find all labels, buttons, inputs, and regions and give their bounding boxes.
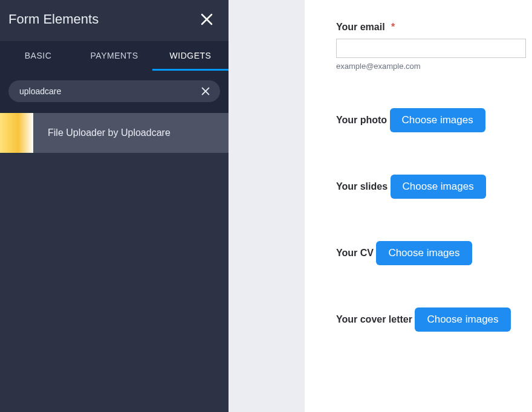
upload-field-cover-letter: Your cover letter Choose images <box>336 299 532 332</box>
widget-search-input[interactable] <box>19 86 199 96</box>
search-field <box>8 80 220 102</box>
form-canvas: Your email * example@example.com Your ph… <box>305 0 532 412</box>
clear-search-button[interactable] <box>199 85 212 97</box>
upload-field-cv: Your CV Choose images <box>336 233 532 265</box>
close-icon <box>199 12 214 27</box>
upload-label: Your cover letter <box>336 314 412 325</box>
close-sidebar-button[interactable] <box>197 10 216 29</box>
choose-images-button[interactable]: Choose images <box>391 175 486 199</box>
email-field-group: Your email * example@example.com <box>336 22 532 71</box>
tab-payments[interactable]: PAYMENTS <box>76 41 152 71</box>
search-wrap <box>0 71 229 113</box>
choose-images-button[interactable]: Choose images <box>390 108 485 132</box>
email-sublabel: example@example.com <box>336 62 532 71</box>
upload-label: Your slides <box>336 181 388 192</box>
tab-basic[interactable]: BASIC <box>0 41 76 71</box>
upload-field-photo: Your photo Choose images <box>336 100 532 132</box>
upload-field-slides: Your slides Choose images <box>336 166 532 199</box>
email-label: Your email <box>336 22 385 33</box>
choose-images-button[interactable]: Choose images <box>415 307 510 332</box>
choose-images-button[interactable]: Choose images <box>376 241 472 265</box>
sidebar-header: Form Elements <box>0 0 229 41</box>
upload-label: Your CV <box>336 248 374 259</box>
form-elements-sidebar: Form Elements BASIC PAYMENTS WIDGETS Fil… <box>0 0 229 412</box>
widget-result-item[interactable]: File Uploader by Uploadcare <box>0 113 229 153</box>
widget-thumbnail <box>0 113 33 153</box>
canvas-background <box>229 0 305 412</box>
sidebar-title: Form Elements <box>8 11 99 27</box>
required-indicator: * <box>391 22 395 32</box>
tab-widgets[interactable]: WIDGETS <box>152 41 229 71</box>
email-input[interactable] <box>336 39 526 58</box>
sidebar-tabs: BASIC PAYMENTS WIDGETS <box>0 41 229 71</box>
widget-result-label: File Uploader by Uploadcare <box>33 127 170 138</box>
upload-label: Your photo <box>336 115 387 126</box>
close-icon <box>201 86 210 96</box>
